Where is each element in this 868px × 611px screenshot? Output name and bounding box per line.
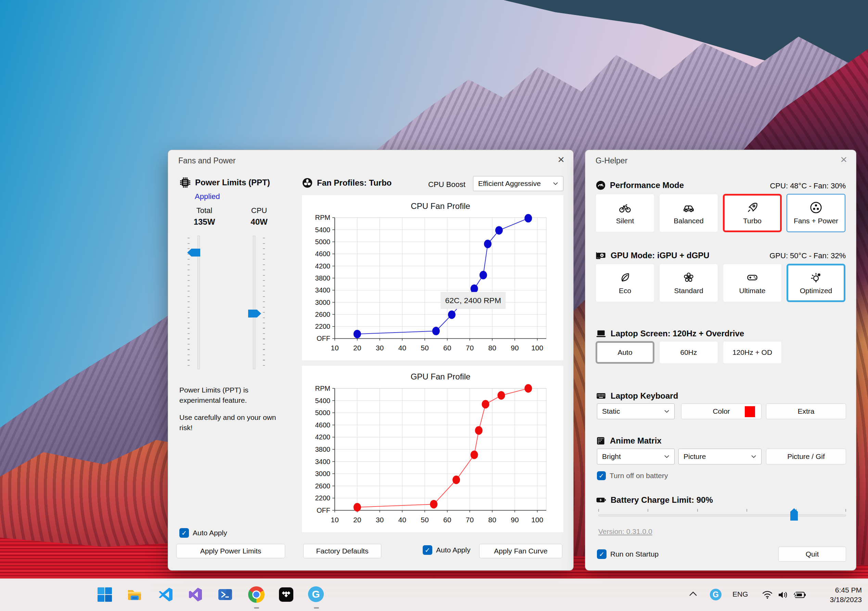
power-limits-title: Power Limits (PPT) — [195, 178, 270, 187]
svg-text:OFF: OFF — [316, 335, 330, 342]
tray-time: 6:45 PM — [830, 585, 862, 595]
optimized-mode-button[interactable]: Optimized — [787, 264, 845, 302]
svg-text:90: 90 — [511, 516, 519, 524]
mode-button-label: Turbo — [743, 217, 761, 225]
fans-power-button[interactable]: Fans + Power — [787, 194, 845, 232]
svg-text:30: 30 — [376, 344, 384, 352]
mode-button-label: 60Hz — [680, 348, 697, 356]
standard-mode-button[interactable]: Standard — [659, 264, 718, 302]
experimental-note: Power Limits (PPT) is experimental featu… — [179, 385, 289, 406]
battery-slider-track[interactable] — [598, 515, 846, 516]
matrix-brightness-select[interactable]: Bright — [597, 449, 674, 465]
svg-text:80: 80 — [488, 344, 496, 352]
matrix-picture-gif-button[interactable]: Picture / Gif — [766, 449, 846, 465]
rocket-icon — [746, 201, 759, 214]
laptop-keyboard-header: Laptop Keyboard — [595, 390, 678, 401]
fan-profiles-header: Fan Profiles: Turbo — [302, 177, 392, 188]
cpu-chip-icon — [179, 177, 191, 188]
tray-battery[interactable] — [793, 591, 806, 601]
keyboard-mode-select[interactable]: Static — [597, 403, 674, 419]
auto-apply-fan-label: Auto Apply — [436, 546, 470, 554]
version-link[interactable]: Version: 0.31.0.0 — [598, 527, 653, 536]
bicycle-icon — [618, 201, 631, 214]
svg-text:RPM: RPM — [315, 214, 330, 221]
windows-logo-icon — [96, 586, 113, 603]
visual-studio-icon — [187, 586, 204, 603]
gpu-temp-status: GPU: 50°C - Fan: 32% — [769, 251, 846, 260]
mode-button-label: Fans + Power — [794, 217, 838, 225]
g-helper-button[interactable]: G — [308, 586, 324, 603]
performance-mode-header: Performance Mode — [595, 180, 684, 190]
mode-button-label: Optimized — [800, 287, 832, 295]
tray-wifi[interactable] — [762, 590, 773, 600]
keyboard-color-label: Color — [713, 407, 730, 415]
folder-icon — [126, 586, 143, 603]
svg-text:RPM: RPM — [315, 385, 330, 392]
tray-volume[interactable] — [778, 590, 789, 601]
ultimate-mode-button[interactable]: Ultimate — [723, 264, 782, 302]
keyboard-mode-value: Static — [602, 407, 620, 415]
gpu-mode-buttons: Eco Standard Ultimate Optimized — [595, 264, 845, 302]
powershell-icon — [217, 586, 233, 603]
keyboard-color-button[interactable]: Color — [681, 403, 761, 419]
screen-120hz-od-button[interactable]: 120Hz + OD — [723, 341, 782, 364]
tidal-button[interactable] — [278, 586, 294, 603]
eco-mode-button[interactable]: Eco — [595, 264, 654, 302]
cpu-slider-track[interactable] — [253, 236, 255, 369]
vscode-button[interactable] — [157, 586, 174, 603]
svg-text:4600: 4600 — [315, 421, 331, 429]
applied-status[interactable]: Applied — [195, 192, 220, 201]
screen-60hz-button[interactable]: 60Hz — [659, 341, 718, 364]
cpu-slider-handle[interactable] — [248, 309, 261, 317]
keyboard-extra-button[interactable]: Extra — [766, 403, 846, 419]
svg-text:2600: 2600 — [315, 482, 331, 490]
laptop-screen-header: Laptop Screen: 120Hz + Overdrive — [595, 328, 744, 339]
svg-text:5000: 5000 — [315, 238, 330, 246]
file-explorer-button[interactable] — [126, 586, 143, 603]
silent-mode-button[interactable]: Silent — [595, 194, 654, 232]
svg-text:100: 100 — [531, 344, 543, 352]
auto-apply-power-label: Auto Apply — [193, 529, 227, 537]
tray-g-helper[interactable]: G — [710, 589, 722, 600]
matrix-mode-select[interactable]: Picture — [678, 449, 761, 465]
checkbox-check-icon: ✓ — [423, 545, 432, 555]
close-icon[interactable]: × — [840, 154, 847, 165]
cpu-boost-value: Efficient Aggressive — [478, 179, 541, 188]
cpu-boost-select[interactable]: Efficient Aggressive — [473, 176, 563, 191]
tray-expand-chevron[interactable] — [689, 591, 698, 598]
battery-icon — [595, 494, 606, 505]
svg-text:40: 40 — [398, 516, 406, 524]
apply-fan-curve-button[interactable]: Apply Fan Curve — [479, 544, 563, 558]
svg-text:2200: 2200 — [315, 323, 330, 330]
turn-off-on-battery-checkbox[interactable]: ✓ Turn off on battery — [597, 471, 668, 480]
tidal-icon — [278, 586, 294, 603]
cpu-fan-profile-chart[interactable]: CPU Fan ProfileOFF2200260030003400380042… — [302, 195, 563, 360]
run-on-startup-checkbox[interactable]: ✓ Run on Startup — [597, 549, 659, 559]
turbo-mode-button[interactable]: Turbo — [723, 194, 782, 232]
svg-text:90: 90 — [511, 344, 519, 352]
language-indicator[interactable]: ENG — [732, 590, 748, 599]
close-icon[interactable]: × — [558, 154, 564, 165]
vscode-icon — [157, 586, 174, 603]
auto-apply-fan-checkbox[interactable]: ✓ Auto Apply — [423, 545, 470, 555]
apply-power-limits-button[interactable]: Apply Power Limits — [176, 544, 285, 558]
gamepad-icon — [746, 271, 759, 284]
power-limits-header: Power Limits (PPT) — [179, 177, 270, 188]
svg-text:80: 80 — [488, 516, 496, 524]
visual-studio-button[interactable] — [187, 586, 204, 603]
svg-text:3800: 3800 — [315, 446, 331, 453]
screen-auto-button[interactable]: Auto — [595, 341, 654, 364]
chrome-button[interactable] — [248, 586, 265, 603]
start-button[interactable] — [96, 586, 113, 603]
keyboard-color-swatch — [745, 406, 755, 417]
g-helper-window: G-Helper × Performance Mode CPU: 48°C - … — [585, 150, 856, 571]
quit-button[interactable]: Quit — [778, 547, 846, 562]
gpu-fan-profile-chart[interactable]: GPU Fan ProfileOFF2200260030003400380042… — [302, 366, 563, 532]
factory-defaults-button[interactable]: Factory Defaults — [303, 544, 381, 558]
clock[interactable]: 6:45 PM 3/18/2023 — [830, 585, 862, 605]
auto-apply-power-checkbox[interactable]: ✓ Auto Apply — [179, 528, 227, 538]
powershell-button[interactable] — [217, 586, 233, 603]
balanced-mode-button[interactable]: Balanced — [659, 194, 718, 232]
mode-button-label: Standard — [674, 287, 703, 295]
mode-button-label: Silent — [616, 217, 634, 225]
